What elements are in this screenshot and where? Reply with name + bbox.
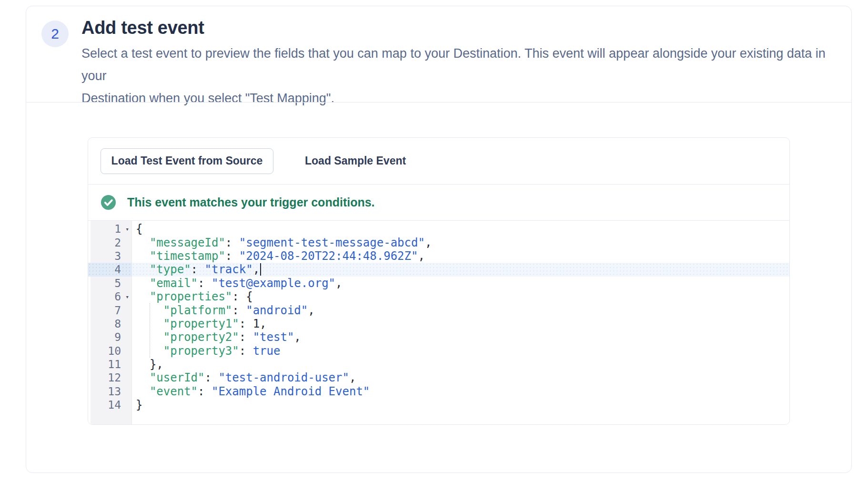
gutter-cell: 3 [88,249,132,263]
gutter-cell: 10 [88,344,132,358]
code-line[interactable]: 9 "property2": "test", [88,330,789,344]
gutter-cell: 12 [88,371,132,384]
text-cursor [260,263,261,276]
code-line[interactable]: 3 "timestamp": "2024-08-20T22:44:48.962Z… [88,249,789,263]
gutter-cell: 13 [88,385,132,398]
fold-arrow-icon[interactable]: ▾ [121,226,129,233]
code-text[interactable]: { [132,222,789,236]
code-text[interactable]: "properties": { [132,290,789,303]
code-text[interactable]: "email": "test@example.org", [132,277,789,290]
code-text[interactable]: } [132,398,789,412]
line-number: 2 [91,237,121,249]
line-number: 6 [91,290,121,303]
line-number: 13 [91,385,121,398]
load-sample-event-button[interactable]: Load Sample Event [296,148,414,174]
line-number: 3 [91,250,121,262]
code-line[interactable]: 5 "email": "test@example.org", [88,277,789,290]
step-description-line2: Destination when you select "Test Mappin… [81,87,844,110]
code-line[interactable]: 8 "property1": 1, [88,317,789,330]
code-line[interactable]: 6▾ "properties": { [88,290,789,303]
header-divider [26,102,851,103]
step-description-line1: Select a test event to preview the field… [81,42,844,87]
check-circle-icon [101,195,116,210]
add-test-event-card: 2 Add test event Select a test event to … [26,6,852,473]
code-line[interactable]: 2 "messageId": "segment-test-message-abc… [88,236,789,249]
code-line[interactable]: 10 "property3": true [88,344,789,358]
code-text[interactable]: "property1": 1, [132,317,789,330]
gutter-cell: 6▾ [88,290,132,303]
gutter-cell: 8 [88,317,132,330]
code-text[interactable]: "userId": "test-android-user", [132,371,789,384]
event-source-toolbar: Load Test Event from Source Load Sample … [88,138,789,185]
code-line[interactable]: 13 "event": "Example Android Event" [88,385,789,398]
gutter-cell: 14 [88,398,132,412]
code-editor[interactable]: 1▾{2 "messageId": "segment-test-message-… [88,221,789,425]
step-number-badge: 2 [41,21,69,47]
code-line[interactable]: 12 "userId": "test-android-user", [88,371,789,384]
code-text[interactable]: "platform": "android", [132,303,789,317]
line-number: 1 [91,223,121,235]
test-event-panel: Load Test Event from Source Load Sample … [88,137,790,425]
code-line[interactable]: 14} [88,398,789,412]
gutter-cell: 11 [88,358,132,371]
load-test-event-button[interactable]: Load Test Event from Source [101,148,273,174]
gutter-cell: 5 [88,277,132,290]
line-number: 5 [91,277,121,289]
code-line[interactable]: 4 "type": "track", [88,263,789,276]
code-text[interactable]: "type": "track", [132,263,789,276]
gutter-cell: 4 [88,263,132,276]
page-title: Add test event [81,18,204,38]
step-description: Select a test event to preview the field… [81,42,844,110]
code-text[interactable]: "messageId": "segment-test-message-abcd"… [132,236,789,249]
gutter-cell: 2 [88,236,132,249]
code-text[interactable]: "property2": "test", [132,330,789,344]
gutter-cell: 9 [88,330,132,344]
gutter-cell: 1▾ [88,222,132,236]
line-number: 14 [91,399,121,411]
line-number: 4 [91,263,121,276]
line-number: 8 [91,318,121,330]
code-text[interactable]: "property3": true [132,344,789,358]
code-line[interactable]: 7 "platform": "android", [88,303,789,317]
line-number: 12 [91,371,121,384]
code-line[interactable]: 11 }, [88,358,789,371]
trigger-match-status: This event matches your trigger conditio… [88,185,789,221]
code-text[interactable]: }, [132,358,789,371]
line-number: 10 [91,345,121,357]
code-text[interactable]: "event": "Example Android Event" [132,385,789,398]
line-number: 9 [91,331,121,343]
line-number: 11 [91,358,121,370]
indent-guide [150,303,150,358]
fold-arrow-icon[interactable]: ▾ [121,293,129,300]
trigger-match-message: This event matches your trigger conditio… [127,196,375,209]
line-number: 7 [91,304,121,317]
step-number: 2 [51,26,59,42]
code-lines: 1▾{2 "messageId": "segment-test-message-… [88,221,789,412]
code-text[interactable]: "timestamp": "2024-08-20T22:44:48.962Z", [132,249,789,263]
code-line[interactable]: 1▾{ [88,222,789,236]
gutter-cell: 7 [88,303,132,317]
